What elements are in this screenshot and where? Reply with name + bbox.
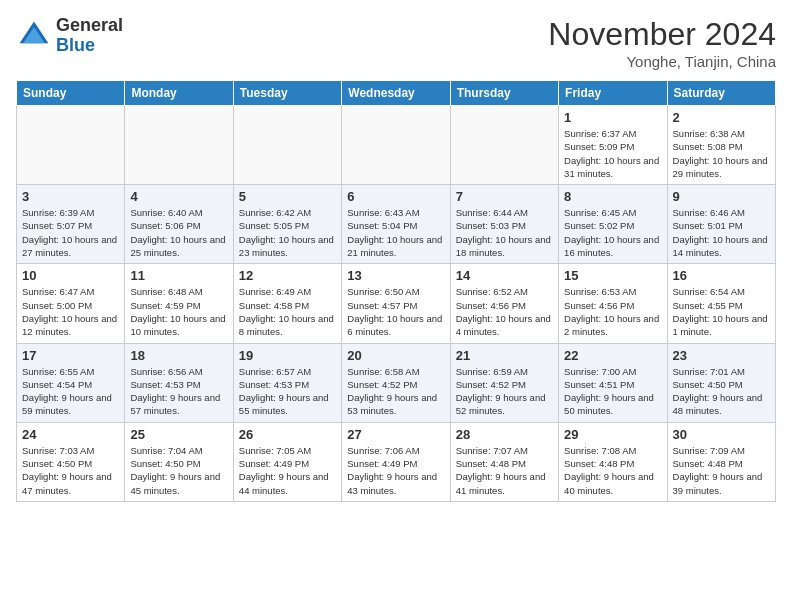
day-info: Sunrise: 6:38 AM Sunset: 5:08 PM Dayligh… (673, 127, 770, 180)
day-info: Sunrise: 6:53 AM Sunset: 4:56 PM Dayligh… (564, 285, 661, 338)
calendar-cell: 25Sunrise: 7:04 AM Sunset: 4:50 PM Dayli… (125, 422, 233, 501)
calendar-cell: 15Sunrise: 6:53 AM Sunset: 4:56 PM Dayli… (559, 264, 667, 343)
calendar-cell (125, 106, 233, 185)
day-number: 27 (347, 427, 444, 442)
calendar-cell: 29Sunrise: 7:08 AM Sunset: 4:48 PM Dayli… (559, 422, 667, 501)
logo-text: General Blue (56, 16, 123, 56)
day-number: 6 (347, 189, 444, 204)
day-info: Sunrise: 7:01 AM Sunset: 4:50 PM Dayligh… (673, 365, 770, 418)
weekday-header: Saturday (667, 81, 775, 106)
day-number: 4 (130, 189, 227, 204)
calendar-cell: 8Sunrise: 6:45 AM Sunset: 5:02 PM Daylig… (559, 185, 667, 264)
day-number: 8 (564, 189, 661, 204)
day-number: 21 (456, 348, 553, 363)
month-title: November 2024 (548, 16, 776, 53)
calendar-cell: 16Sunrise: 6:54 AM Sunset: 4:55 PM Dayli… (667, 264, 775, 343)
day-info: Sunrise: 6:47 AM Sunset: 5:00 PM Dayligh… (22, 285, 119, 338)
calendar-week-row: 10Sunrise: 6:47 AM Sunset: 5:00 PM Dayli… (17, 264, 776, 343)
day-info: Sunrise: 6:56 AM Sunset: 4:53 PM Dayligh… (130, 365, 227, 418)
day-number: 20 (347, 348, 444, 363)
day-info: Sunrise: 6:57 AM Sunset: 4:53 PM Dayligh… (239, 365, 336, 418)
weekday-header: Sunday (17, 81, 125, 106)
day-number: 3 (22, 189, 119, 204)
day-info: Sunrise: 6:48 AM Sunset: 4:59 PM Dayligh… (130, 285, 227, 338)
day-number: 15 (564, 268, 661, 283)
calendar-cell: 30Sunrise: 7:09 AM Sunset: 4:48 PM Dayli… (667, 422, 775, 501)
day-info: Sunrise: 6:44 AM Sunset: 5:03 PM Dayligh… (456, 206, 553, 259)
calendar-cell: 17Sunrise: 6:55 AM Sunset: 4:54 PM Dayli… (17, 343, 125, 422)
day-number: 17 (22, 348, 119, 363)
page-header: General Blue November 2024 Yonghe, Tianj… (16, 16, 776, 70)
calendar-cell (342, 106, 450, 185)
day-number: 23 (673, 348, 770, 363)
calendar-cell: 7Sunrise: 6:44 AM Sunset: 5:03 PM Daylig… (450, 185, 558, 264)
day-info: Sunrise: 7:09 AM Sunset: 4:48 PM Dayligh… (673, 444, 770, 497)
calendar-cell: 23Sunrise: 7:01 AM Sunset: 4:50 PM Dayli… (667, 343, 775, 422)
logo-general: General (56, 15, 123, 35)
calendar-cell: 24Sunrise: 7:03 AM Sunset: 4:50 PM Dayli… (17, 422, 125, 501)
day-number: 30 (673, 427, 770, 442)
weekday-header: Friday (559, 81, 667, 106)
weekday-header: Thursday (450, 81, 558, 106)
calendar-cell: 22Sunrise: 7:00 AM Sunset: 4:51 PM Dayli… (559, 343, 667, 422)
calendar-week-row: 17Sunrise: 6:55 AM Sunset: 4:54 PM Dayli… (17, 343, 776, 422)
day-info: Sunrise: 6:45 AM Sunset: 5:02 PM Dayligh… (564, 206, 661, 259)
calendar-cell (17, 106, 125, 185)
calendar-cell: 1Sunrise: 6:37 AM Sunset: 5:09 PM Daylig… (559, 106, 667, 185)
calendar-cell: 9Sunrise: 6:46 AM Sunset: 5:01 PM Daylig… (667, 185, 775, 264)
day-info: Sunrise: 7:08 AM Sunset: 4:48 PM Dayligh… (564, 444, 661, 497)
day-info: Sunrise: 6:59 AM Sunset: 4:52 PM Dayligh… (456, 365, 553, 418)
day-info: Sunrise: 6:50 AM Sunset: 4:57 PM Dayligh… (347, 285, 444, 338)
logo: General Blue (16, 16, 123, 56)
day-info: Sunrise: 6:37 AM Sunset: 5:09 PM Dayligh… (564, 127, 661, 180)
calendar-week-row: 3Sunrise: 6:39 AM Sunset: 5:07 PM Daylig… (17, 185, 776, 264)
day-number: 25 (130, 427, 227, 442)
day-info: Sunrise: 7:07 AM Sunset: 4:48 PM Dayligh… (456, 444, 553, 497)
day-info: Sunrise: 6:55 AM Sunset: 4:54 PM Dayligh… (22, 365, 119, 418)
day-number: 9 (673, 189, 770, 204)
day-info: Sunrise: 7:05 AM Sunset: 4:49 PM Dayligh… (239, 444, 336, 497)
logo-blue: Blue (56, 35, 95, 55)
day-info: Sunrise: 7:06 AM Sunset: 4:49 PM Dayligh… (347, 444, 444, 497)
calendar-cell (450, 106, 558, 185)
day-info: Sunrise: 6:40 AM Sunset: 5:06 PM Dayligh… (130, 206, 227, 259)
calendar-week-row: 24Sunrise: 7:03 AM Sunset: 4:50 PM Dayli… (17, 422, 776, 501)
day-info: Sunrise: 6:42 AM Sunset: 5:05 PM Dayligh… (239, 206, 336, 259)
calendar-cell: 26Sunrise: 7:05 AM Sunset: 4:49 PM Dayli… (233, 422, 341, 501)
weekday-header: Monday (125, 81, 233, 106)
calendar-cell: 5Sunrise: 6:42 AM Sunset: 5:05 PM Daylig… (233, 185, 341, 264)
day-info: Sunrise: 6:39 AM Sunset: 5:07 PM Dayligh… (22, 206, 119, 259)
day-number: 18 (130, 348, 227, 363)
calendar-cell: 18Sunrise: 6:56 AM Sunset: 4:53 PM Dayli… (125, 343, 233, 422)
day-number: 14 (456, 268, 553, 283)
calendar-cell: 27Sunrise: 7:06 AM Sunset: 4:49 PM Dayli… (342, 422, 450, 501)
day-info: Sunrise: 6:49 AM Sunset: 4:58 PM Dayligh… (239, 285, 336, 338)
weekday-header-row: SundayMondayTuesdayWednesdayThursdayFrid… (17, 81, 776, 106)
calendar-cell: 20Sunrise: 6:58 AM Sunset: 4:52 PM Dayli… (342, 343, 450, 422)
day-number: 1 (564, 110, 661, 125)
day-number: 12 (239, 268, 336, 283)
day-number: 7 (456, 189, 553, 204)
day-number: 22 (564, 348, 661, 363)
calendar-week-row: 1Sunrise: 6:37 AM Sunset: 5:09 PM Daylig… (17, 106, 776, 185)
day-info: Sunrise: 7:00 AM Sunset: 4:51 PM Dayligh… (564, 365, 661, 418)
day-number: 24 (22, 427, 119, 442)
logo-icon (16, 18, 52, 54)
calendar-table: SundayMondayTuesdayWednesdayThursdayFrid… (16, 80, 776, 502)
calendar-cell: 19Sunrise: 6:57 AM Sunset: 4:53 PM Dayli… (233, 343, 341, 422)
title-block: November 2024 Yonghe, Tianjin, China (548, 16, 776, 70)
calendar-cell: 10Sunrise: 6:47 AM Sunset: 5:00 PM Dayli… (17, 264, 125, 343)
day-info: Sunrise: 6:58 AM Sunset: 4:52 PM Dayligh… (347, 365, 444, 418)
day-number: 2 (673, 110, 770, 125)
weekday-header: Wednesday (342, 81, 450, 106)
calendar-cell: 21Sunrise: 6:59 AM Sunset: 4:52 PM Dayli… (450, 343, 558, 422)
day-info: Sunrise: 7:04 AM Sunset: 4:50 PM Dayligh… (130, 444, 227, 497)
day-number: 13 (347, 268, 444, 283)
day-number: 5 (239, 189, 336, 204)
calendar-cell: 28Sunrise: 7:07 AM Sunset: 4:48 PM Dayli… (450, 422, 558, 501)
day-number: 28 (456, 427, 553, 442)
calendar-cell (233, 106, 341, 185)
day-number: 29 (564, 427, 661, 442)
calendar-cell: 12Sunrise: 6:49 AM Sunset: 4:58 PM Dayli… (233, 264, 341, 343)
calendar-cell: 2Sunrise: 6:38 AM Sunset: 5:08 PM Daylig… (667, 106, 775, 185)
